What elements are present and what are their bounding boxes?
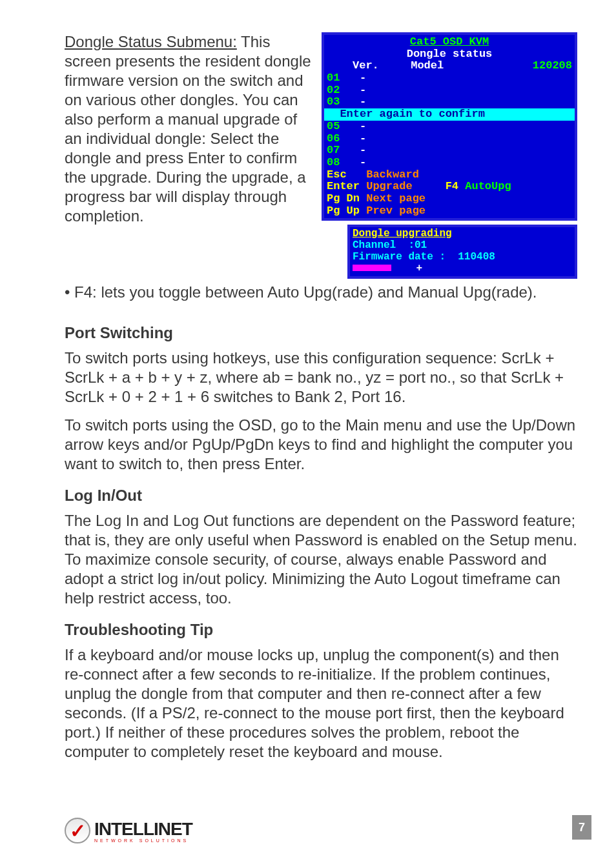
footer-logo: INTELLINET NETWORK SOLUTIONS: [65, 818, 258, 843]
dongle-status-block: Cat5 OSD KVM Dongle status Ver. Model 12…: [65, 32, 577, 311]
dongle-status-heading: Dongle Status Submenu:: [65, 33, 237, 50]
port-switching-heading: Port Switching: [65, 324, 577, 342]
osd-date: 120208: [533, 60, 572, 72]
osd-row: 02 -: [327, 85, 572, 97]
osd-confirm-row: Enter again to confirm: [324, 108, 575, 121]
osd-screenshot-group: Cat5 OSD KVM Dongle status Ver. Model 12…: [322, 32, 577, 279]
intellinet-check-icon: [65, 818, 90, 843]
col-ver: Ver.: [327, 60, 404, 72]
osd-columns: Ver. Model 120208: [327, 60, 572, 72]
log-in-out-p1: The Log In and Log Out functions are dep…: [65, 511, 577, 608]
osd-dongle-status: Cat5 OSD KVM Dongle status Ver. Model 12…: [322, 32, 577, 221]
log-in-out-heading: Log In/Out: [65, 487, 577, 505]
osd-footer-row: Enter Upgrade F4 AutoUpg: [327, 181, 572, 193]
progress-bar: [353, 265, 391, 271]
osd-upgrade-progress: Dongle upgrading Channel :01 Firmware da…: [347, 225, 577, 278]
osd-row: 03 -: [327, 96, 572, 108]
f4-bullet: • F4: lets you toggle between Auto Upg(r…: [65, 283, 577, 302]
troubleshooting-p1: If a keyboard and/or mouse locks up, unp…: [65, 645, 577, 762]
osd2-firmware-date: Firmware date : 110408: [353, 252, 572, 263]
osd-row: 06 -: [327, 133, 572, 145]
osd-row: 08 -: [327, 157, 572, 169]
osd-subtitle: Dongle status: [327, 48, 572, 61]
col-model: Model: [411, 60, 444, 72]
osd2-channel: Channel :01: [353, 240, 572, 252]
troubleshooting-heading: Troubleshooting Tip: [65, 621, 577, 639]
osd-footer-row: Pg Up Prev page: [327, 205, 572, 217]
port-switching-p1: To switch ports using hotkeys, use this …: [65, 348, 577, 407]
osd-footer-row: Pg Dn Next page: [327, 193, 572, 205]
osd2-progress: +: [353, 263, 572, 275]
osd-title: Cat5 OSD KVM: [327, 36, 572, 48]
logo-tagline: NETWORK SOLUTIONS: [94, 838, 192, 843]
osd-footer-row: Esc Backward: [327, 169, 572, 181]
osd-row: 07 -: [327, 145, 572, 157]
page-number: 7: [572, 815, 591, 840]
osd2-title: Dongle upgrading: [353, 228, 452, 239]
osd-row: 01 -: [327, 72, 572, 85]
port-switching-p2: To switch ports using the OSD, go to the…: [65, 416, 577, 474]
osd-row: 05 -: [327, 121, 572, 133]
logo-brand: INTELLINET: [94, 819, 192, 840]
